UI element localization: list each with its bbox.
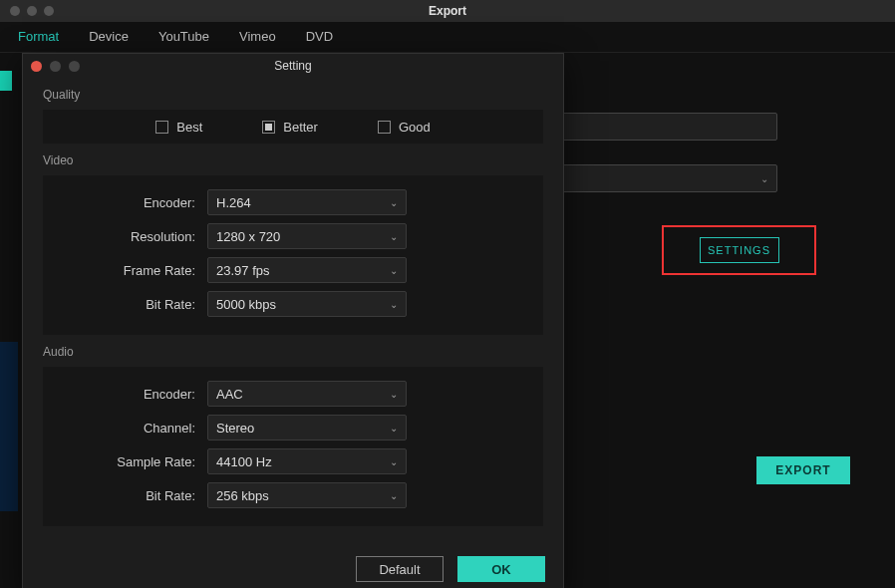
window-titlebar: Export (0, 0, 895, 22)
audio-encoder-label: Encoder: (43, 387, 207, 402)
minimize-icon[interactable] (27, 6, 37, 16)
dialog-controls (23, 61, 80, 72)
quality-better[interactable]: Better (262, 120, 318, 135)
chevron-down-icon: ⌄ (390, 490, 398, 501)
minimize-icon[interactable] (50, 61, 61, 72)
window-title: Export (0, 4, 895, 18)
chevron-down-icon: ⌄ (390, 231, 398, 242)
default-button[interactable]: Default (356, 556, 444, 582)
video-encoder-value: H.264 (216, 195, 251, 210)
video-label: Video (23, 144, 563, 175)
dialog-title: Setting (23, 59, 563, 73)
audio-channel-value: Stereo (216, 421, 254, 436)
audio-samplerate-value: 44100 Hz (216, 454, 272, 469)
chevron-down-icon: ⌄ (390, 265, 398, 276)
video-bitrate-value: 5000 kbps (216, 297, 276, 312)
export-tabs: Format Device YouTube Vimeo DVD (0, 22, 895, 53)
export-button[interactable]: EXPORT (756, 456, 850, 484)
video-resolution-select[interactable]: 1280 x 720 ⌄ (207, 223, 407, 249)
chevron-down-icon: ⌄ (390, 456, 398, 467)
audio-encoder-value: AAC (216, 387, 243, 402)
settings-button[interactable]: SETTINGS (700, 237, 779, 263)
setting-dialog: Setting Quality Best Better Good Video (22, 53, 564, 588)
audio-channel-select[interactable]: Stereo ⌄ (207, 415, 407, 441)
video-resolution-label: Resolution: (43, 229, 207, 244)
left-accent (0, 71, 12, 91)
close-icon[interactable] (31, 61, 42, 72)
video-panel: Encoder: H.264 ⌄ Resolution: 1280 x 720 … (43, 175, 543, 335)
window-controls (0, 6, 54, 16)
video-bitrate-label: Bit Rate: (43, 297, 207, 312)
chevron-down-icon: ⌄ (390, 389, 398, 400)
video-encoder-label: Encoder: (43, 195, 207, 210)
quality-label: Quality (23, 78, 563, 110)
video-resolution-value: 1280 x 720 (216, 229, 280, 244)
audio-bitrate-value: 256 kbps (216, 488, 269, 503)
maximize-icon[interactable] (69, 61, 80, 72)
tab-format[interactable]: Format (18, 29, 59, 44)
chevron-down-icon: ⌄ (390, 299, 398, 310)
quality-best[interactable]: Best (155, 120, 202, 135)
tab-vimeo[interactable]: Vimeo (239, 29, 276, 44)
video-framerate-select[interactable]: 23.97 fps ⌄ (207, 257, 407, 283)
audio-encoder-select[interactable]: AAC ⌄ (207, 381, 407, 407)
tab-dvd[interactable]: DVD (306, 29, 333, 44)
quality-better-label: Better (283, 120, 318, 135)
export-window: Export Format Device YouTube Vimeo DVD ⌄… (0, 0, 895, 588)
chevron-down-icon: ⌄ (390, 423, 398, 434)
audio-label: Audio (23, 335, 563, 367)
checkbox-icon (155, 121, 168, 134)
checkbox-icon (262, 121, 275, 134)
dialog-titlebar: Setting (23, 54, 563, 78)
ok-button[interactable]: OK (457, 556, 545, 582)
audio-bitrate-label: Bit Rate: (43, 488, 207, 503)
video-encoder-select[interactable]: H.264 ⌄ (207, 189, 407, 215)
audio-samplerate-label: Sample Rate: (43, 454, 207, 469)
chevron-down-icon: ⌄ (390, 197, 398, 208)
tab-youtube[interactable]: YouTube (158, 29, 209, 44)
chevron-down-icon: ⌄ (760, 173, 768, 184)
quality-good-label: Good (399, 120, 431, 135)
video-bitrate-select[interactable]: 5000 kbps ⌄ (207, 291, 407, 317)
audio-samplerate-select[interactable]: 44100 Hz ⌄ (207, 448, 407, 474)
quality-row: Best Better Good (43, 110, 543, 144)
left-thumbnail (0, 342, 18, 511)
quality-good[interactable]: Good (378, 120, 431, 135)
maximize-icon[interactable] (44, 6, 54, 16)
audio-panel: Encoder: AAC ⌄ Channel: Stereo ⌄ Sample … (43, 367, 543, 526)
settings-highlight: SETTINGS (662, 225, 816, 275)
tab-device[interactable]: Device (89, 29, 129, 44)
quality-best-label: Best (176, 120, 202, 135)
close-icon[interactable] (10, 6, 20, 16)
audio-channel-label: Channel: (43, 421, 207, 436)
video-framerate-label: Frame Rate: (43, 263, 207, 278)
export-content: ⌄ SETTINGS EXPORT Setting Quality Best (0, 53, 895, 588)
audio-bitrate-select[interactable]: 256 kbps ⌄ (207, 482, 407, 508)
checkbox-icon (378, 121, 391, 134)
dialog-buttons: Default OK (356, 556, 545, 582)
video-framerate-value: 23.97 fps (216, 263, 270, 278)
